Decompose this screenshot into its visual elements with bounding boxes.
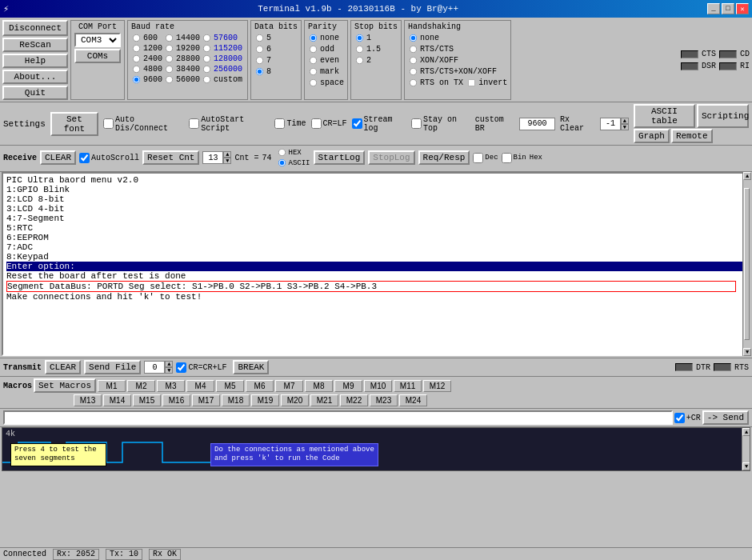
stopbits-15[interactable]: 1.5 <box>354 44 398 54</box>
baud-custom[interactable]: custom <box>202 74 242 85</box>
graph-scroll-down[interactable]: ▼ <box>742 462 750 470</box>
macro-button[interactable]: M13 <box>74 394 102 406</box>
auto-dis-connect-check[interactable]: Auto Dis/Connect <box>103 115 184 133</box>
dec-check[interactable]: Dec <box>473 153 498 163</box>
quit-button[interactable]: Quit <box>2 86 68 100</box>
maximize-button[interactable]: □ <box>722 3 734 14</box>
cnt-input[interactable] <box>202 151 223 164</box>
disconnect-button[interactable]: Disconnect <box>2 20 68 36</box>
hs-rtscts-xonxoff[interactable]: RTS/CTS+XON/XOFF <box>408 66 507 77</box>
cnt-down-button[interactable]: ▼ <box>223 158 231 164</box>
baud-128000[interactable]: 128000 <box>202 54 242 64</box>
custom-br-input[interactable] <box>519 118 555 130</box>
transmit-clear-button[interactable]: CLEAR <box>45 360 81 374</box>
baud-9600[interactable]: 9600 <box>131 74 162 85</box>
baud-14400[interactable]: 14400 <box>164 33 200 43</box>
graph-scrollbar[interactable]: ▲ ▼ <box>742 428 750 470</box>
stream-log-check[interactable]: Stream log <box>352 115 406 133</box>
macro-button[interactable]: M16 <box>162 394 190 406</box>
bin-check[interactable]: Bin <box>502 153 526 163</box>
rescan-button[interactable]: ReScan <box>2 38 68 52</box>
cnt-up-button[interactable]: ▲ <box>223 151 231 158</box>
hs-xonxoff[interactable]: XON/XOFF <box>408 55 507 66</box>
baud-28800[interactable]: 28800 <box>164 54 200 64</box>
hs-rts-tx[interactable]: RTS on TX invert <box>408 78 507 88</box>
ascii-table-button[interactable]: ASCII table <box>634 104 695 128</box>
coms-button[interactable]: COMs <box>74 49 121 63</box>
macro-button[interactable]: M11 <box>394 380 422 392</box>
baud-38400[interactable]: 38400 <box>164 64 200 74</box>
macro-button[interactable]: M7 <box>275 380 303 392</box>
macro-button[interactable]: M2 <box>127 380 155 392</box>
about-button[interactable]: About... <box>2 70 68 84</box>
help-button[interactable]: Help <box>2 54 68 68</box>
parity-space[interactable]: space <box>308 78 344 88</box>
macro-button[interactable]: M19 <box>251 394 279 406</box>
close-button[interactable]: ✕ <box>736 3 749 14</box>
hs-none[interactable]: none <box>408 33 507 43</box>
baud-256000[interactable]: 256000 <box>202 64 242 74</box>
set-font-button[interactable]: Set font <box>50 112 98 136</box>
databits-8[interactable]: 8 <box>254 66 298 77</box>
send-file-button[interactable]: Send File <box>84 360 141 374</box>
baud-56000[interactable]: 56000 <box>164 74 200 85</box>
transmit-value-input[interactable] <box>144 361 165 374</box>
macro-button[interactable]: M15 <box>133 394 161 406</box>
rx-up-button[interactable]: ▲ <box>621 118 629 124</box>
crlf-check[interactable]: CR=LF <box>311 118 347 129</box>
macro-button[interactable]: M10 <box>364 380 392 392</box>
macro-button[interactable]: M3 <box>157 380 185 392</box>
terminal-scrollbar[interactable]: ▲ ▼ <box>742 172 750 356</box>
macro-button[interactable]: M1 <box>98 380 126 392</box>
macro-button[interactable]: M17 <box>192 394 220 406</box>
graph-scroll-thumb[interactable] <box>742 436 750 462</box>
macro-button[interactable]: M5 <box>216 380 244 392</box>
req-resp-button[interactable]: Req/Resp <box>418 150 470 165</box>
macro-button[interactable]: M23 <box>370 394 398 406</box>
macro-button[interactable]: M22 <box>340 394 368 406</box>
parity-even[interactable]: even <box>308 55 344 66</box>
baud-1200[interactable]: 1200 <box>131 43 162 54</box>
autostart-script-check[interactable]: AutoStart Script <box>189 115 270 133</box>
start-log-button[interactable]: StartLog <box>314 150 366 165</box>
baud-57600[interactable]: 57600 <box>202 33 242 43</box>
stop-log-button[interactable]: StopLog <box>368 150 414 165</box>
baud-600[interactable]: 600 <box>131 33 162 43</box>
cr-cr-lf-check[interactable]: CR=CR+LF <box>176 362 226 373</box>
tx-down-button[interactable]: ▼ <box>165 367 173 374</box>
remote-button[interactable]: Remote <box>671 129 713 143</box>
scroll-thumb[interactable] <box>744 188 750 340</box>
autoscroll-check[interactable]: AutoScroll <box>79 153 139 163</box>
hex-radio[interactable]: HEX <box>277 147 310 158</box>
macro-button[interactable]: M20 <box>281 394 309 406</box>
stopbits-2[interactable]: 2 <box>354 55 398 66</box>
parity-mark[interactable]: mark <box>308 66 344 77</box>
receive-clear-button[interactable]: CLEAR <box>40 150 76 165</box>
graph-button[interactable]: Graph <box>634 129 670 143</box>
macro-button[interactable]: M24 <box>399 394 427 406</box>
macro-button[interactable]: M14 <box>103 394 131 406</box>
macro-button[interactable]: M8 <box>305 380 333 392</box>
macro-button[interactable]: M18 <box>222 394 250 406</box>
rx-down-button[interactable]: ▼ <box>621 124 629 130</box>
macro-button[interactable]: M21 <box>310 394 338 406</box>
stopbits-1[interactable]: 1 <box>354 33 398 43</box>
macro-button[interactable]: M4 <box>186 380 214 392</box>
cr-check[interactable]: +CR <box>674 413 701 423</box>
com-port-select[interactable]: COM3 <box>74 33 121 47</box>
baud-2400[interactable]: 2400 <box>131 54 162 64</box>
baud-19200[interactable]: 19200 <box>164 43 200 54</box>
scroll-up-button[interactable]: ▲ <box>743 172 751 180</box>
set-macros-button[interactable]: Set Macros <box>34 378 96 393</box>
macro-button[interactable]: M12 <box>423 380 451 392</box>
macro-button[interactable]: M9 <box>334 380 362 392</box>
input-field[interactable] <box>3 410 673 425</box>
graph-scroll-up[interactable]: ▲ <box>742 428 750 436</box>
scroll-down-button[interactable]: ▼ <box>743 348 751 356</box>
time-check[interactable]: Time <box>274 118 306 129</box>
send-button[interactable]: -> Send <box>702 410 749 425</box>
ascii-radio[interactable]: ASCII <box>277 158 310 168</box>
stay-on-top-check[interactable]: Stay on Top <box>411 115 470 133</box>
parity-none[interactable]: none <box>308 33 344 43</box>
databits-7[interactable]: 7 <box>254 55 298 66</box>
